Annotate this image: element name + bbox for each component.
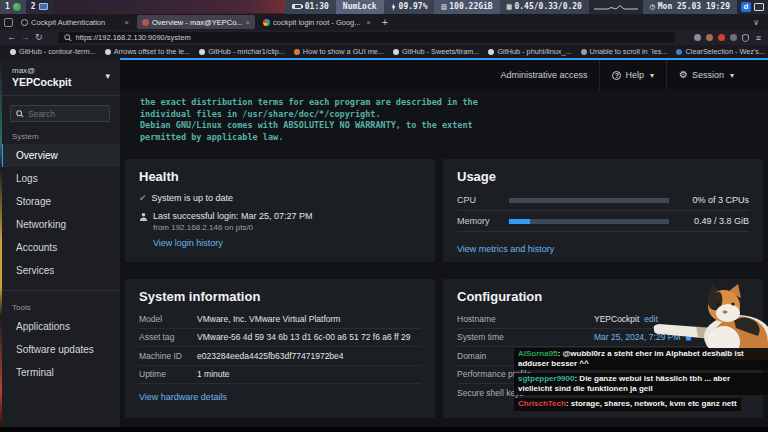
close-icon[interactable]: × bbox=[366, 18, 371, 27]
url-bar[interactable] bbox=[58, 32, 675, 43]
overview-favicon bbox=[142, 19, 149, 26]
status-segments: 01:30 NumLock 09.97% ▤ 100.22GiB ▦ 0.45/… bbox=[285, 0, 768, 14]
clock-value: Mon 25.03 19:29 bbox=[658, 2, 730, 11]
side-tabs-icon[interactable] bbox=[4, 18, 13, 27]
tab-title: Cockpit Authentication bbox=[31, 18, 121, 27]
tab-cockpit-login[interactable]: cockpit login root - Goog... × bbox=[258, 15, 376, 29]
menu-icon[interactable]: ≡ bbox=[754, 33, 761, 43]
ram-icon: ▤ bbox=[441, 2, 446, 11]
view-login-history-link[interactable]: View login history bbox=[153, 238, 223, 248]
wallpaper-edge bbox=[0, 58, 2, 427]
sidebar-item-overview[interactable]: Overview bbox=[0, 144, 120, 167]
askubuntu-icon bbox=[294, 49, 300, 55]
extension-icon[interactable] bbox=[706, 34, 713, 41]
help-icon: ? bbox=[612, 71, 621, 80]
bookmark-item[interactable]: Unable to scroll in `les... bbox=[577, 47, 672, 56]
load-segment: ▦ 0.45/0.33/0.20 bbox=[500, 0, 589, 14]
github-icon bbox=[393, 49, 399, 55]
new-tab-button[interactable]: + bbox=[379, 17, 391, 28]
sidebar-item-logs[interactable]: Logs bbox=[0, 167, 120, 190]
bookmark-item[interactable]: GitHub - contour-term... bbox=[6, 47, 100, 56]
tab-list-chevron-icon[interactable]: ∨ bbox=[753, 18, 764, 27]
close-icon[interactable]: × bbox=[245, 18, 250, 27]
administrative-access-button[interactable]: Administrative access bbox=[488, 60, 599, 90]
extension-icon[interactable] bbox=[730, 34, 737, 41]
bookmark-item[interactable]: GitHub - Sweets/tiram... bbox=[389, 47, 483, 56]
tab-overview-active[interactable]: Overview - max@YEPCo... × bbox=[137, 15, 255, 29]
ram-segment: ▤ 100.22GiB bbox=[434, 0, 499, 14]
cpu-usage-row: CPU 0% of 3 CPUs bbox=[457, 190, 749, 211]
system-tray: d bbox=[737, 0, 768, 14]
cpu-icon: ▦ bbox=[507, 2, 512, 11]
close-icon[interactable]: × bbox=[124, 18, 129, 27]
bookmark-item[interactable]: ClearSelection - Wez's... bbox=[672, 47, 768, 56]
cockpit-sidebar: max@ YEPCockpit ▾ System Overview Logs S… bbox=[0, 58, 120, 427]
cpu-progress-bar bbox=[509, 198, 669, 203]
bookmark-item[interactable]: How to show a GUI me... bbox=[290, 47, 388, 56]
shield-icon[interactable] bbox=[742, 34, 749, 42]
extension-icons: ≡ bbox=[694, 33, 761, 43]
tray-display-icon[interactable] bbox=[754, 3, 764, 11]
search-input[interactable] bbox=[28, 109, 104, 119]
session-menu[interactable]: ⚙ Session ▾ bbox=[667, 60, 746, 90]
sidebar-item-terminal[interactable]: Terminal bbox=[0, 361, 120, 384]
sidebar-item-services[interactable]: Services bbox=[0, 259, 120, 282]
url-input[interactable] bbox=[76, 33, 669, 42]
reload-button[interactable]: ↻ bbox=[35, 33, 43, 42]
tab-cockpit-authentication[interactable]: Cockpit Authentication × bbox=[16, 15, 134, 29]
wezterm-icon bbox=[676, 49, 682, 55]
health-card: Health ✔ System is up to date Last succe… bbox=[125, 159, 435, 262]
chat-username: ChrischTech bbox=[518, 399, 571, 408]
table-row: ModelVMware, Inc. VMware Virtual Platfor… bbox=[139, 310, 421, 329]
sidebar-item-networking[interactable]: Networking bbox=[0, 213, 120, 236]
help-menu[interactable]: ? Help ▾ bbox=[600, 60, 666, 90]
workspace-2[interactable]: 2 bbox=[26, 0, 53, 14]
memory-value: 0.49 / 3.8 GiB bbox=[669, 216, 749, 226]
sidebar-search[interactable] bbox=[10, 105, 110, 122]
google-favicon bbox=[263, 19, 270, 26]
cockpit-masthead: Administrative access ? Help ▾ ⚙ Session… bbox=[120, 60, 768, 90]
motd-line: Debian GNU/Linux comes with ABSOLUTELY N… bbox=[140, 120, 768, 132]
bookmark-item[interactable]: GitHub - phuhl/linux_... bbox=[484, 47, 575, 56]
battery-segment: 01:30 bbox=[285, 0, 336, 14]
sidebar-item-storage[interactable]: Storage bbox=[0, 190, 120, 213]
power-segment: 09.97% bbox=[384, 0, 435, 14]
section-label-tools: Tools bbox=[12, 303, 108, 312]
numlock-label: NumLock bbox=[343, 2, 377, 11]
page-icon bbox=[581, 49, 587, 55]
extension-icon[interactable] bbox=[718, 34, 725, 41]
workspace-2-label: 2 bbox=[31, 2, 36, 11]
gear-icon: ⚙ bbox=[679, 70, 688, 80]
bookmark-item[interactable]: Arrows offset to the le... bbox=[101, 47, 195, 56]
battery-icon bbox=[292, 4, 302, 9]
chat-message: sgtpepper9900Die ganze webui ist hässlic… bbox=[514, 373, 768, 395]
extension-icon[interactable] bbox=[694, 34, 701, 41]
power-percent: 09.97% bbox=[399, 2, 428, 11]
view-metrics-link[interactable]: View metrics and history bbox=[457, 244, 554, 254]
cockpit-favicon bbox=[21, 19, 28, 26]
sidebar-item-accounts[interactable]: Accounts bbox=[0, 236, 120, 259]
view-hardware-details-link[interactable]: View hardware details bbox=[139, 392, 227, 402]
back-button[interactable]: ← bbox=[7, 33, 16, 42]
github-icon bbox=[10, 49, 16, 55]
system-information-card: System information ModelVMware, Inc. VMw… bbox=[125, 279, 435, 418]
account-host: YEPCockpit bbox=[12, 76, 108, 88]
check-icon: ✔ bbox=[139, 194, 147, 203]
forward-button[interactable]: → bbox=[21, 33, 30, 42]
clock-segment: ◷ Mon 25.03 19:29 bbox=[643, 0, 737, 14]
tab-title: Overview - max@YEPCo... bbox=[152, 18, 242, 27]
terminal-workspace-icon bbox=[39, 3, 48, 10]
usage-card: Usage CPU 0% of 3 CPUs Memory 0.49 / 3.8… bbox=[443, 159, 763, 262]
workspace-1[interactable]: 1 bbox=[0, 0, 26, 14]
sidebar-item-applications[interactable]: Applications bbox=[0, 315, 120, 338]
table-row: Machine IDe023284eeda4425fb63df77471972b… bbox=[139, 347, 421, 366]
card-title: Health bbox=[139, 169, 421, 184]
sidebar-item-software-updates[interactable]: Software updates bbox=[0, 338, 120, 361]
hostname-value: YEPCockpit bbox=[594, 314, 639, 324]
bookmark-item[interactable]: GitHub - mrichar1/clip... bbox=[195, 47, 289, 56]
motd-line: the exact distribution terms for each pr… bbox=[140, 97, 768, 109]
tray-app-icon[interactable]: d bbox=[741, 2, 751, 12]
account-switcher[interactable]: max@ YEPCockpit ▾ bbox=[0, 58, 120, 96]
caret-down-icon: ▾ bbox=[105, 71, 110, 81]
bottom-strip bbox=[0, 427, 768, 432]
